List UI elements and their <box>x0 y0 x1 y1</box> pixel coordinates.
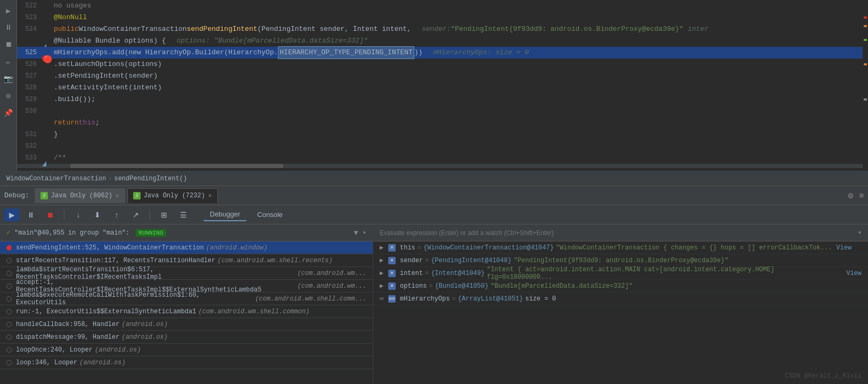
settings-icon[interactable]: ⚙ <box>2 89 15 102</box>
stack-frame-6[interactable]: handleCallback:958, Handler (android.os) <box>0 318 373 331</box>
camera-icon[interactable]: 📷 <box>2 72 15 85</box>
expand-mhierarchyops[interactable]: ∞ <box>380 295 386 303</box>
stack-frame-5[interactable]: run:-1, ExecutorUtils$$ExternalSynthetic… <box>0 305 373 318</box>
code-line-525: 525 🔴 mHierarchyOps .add(new HierarchyOp… <box>17 47 863 59</box>
frame-dot-3 <box>6 283 12 289</box>
pause-icon[interactable]: ⏸ <box>2 21 15 34</box>
debug-tab-2[interactable]: J Java Only (7232) ✕ <box>127 188 218 203</box>
horizontal-scrollbar[interactable] <box>17 164 863 168</box>
watermark: CSDN @Geralt_z_Rivii <box>785 372 862 380</box>
java-icon-2: J <box>133 192 141 199</box>
expand-options[interactable]: ▶ <box>380 282 386 290</box>
stack-frame-7[interactable]: dispatchMessage:99, Handler (android.os) <box>0 331 373 344</box>
code-line-533: 533 /** <box>17 152 863 164</box>
tab-1-label: Java Only (8062) <box>51 192 112 199</box>
frame-dot-2 <box>6 271 12 276</box>
step-out-button[interactable]: ↑ <box>109 208 124 221</box>
frame-dot-6 <box>6 322 12 327</box>
frame-dot-9 <box>6 360 12 365</box>
frame-dot-4 <box>6 296 12 302</box>
var-row-intent[interactable]: ▶ ≡ intent = {Intent@41049} "Intent { ac… <box>373 267 868 280</box>
var-icon-options: ≡ <box>388 282 396 290</box>
stack-frame-4[interactable]: lambda$executeRemoteCallWithTaskPermissi… <box>0 293 373 305</box>
debugger-tab-btn[interactable]: Debugger <box>203 208 247 221</box>
code-line-532: 532 <box>17 140 863 152</box>
code-line-524a: 524 public WindowContainerTransaction se… <box>17 23 863 35</box>
breadcrumb-bar: WindowContainerTransaction › sendPending… <box>0 171 868 186</box>
breadcrumb-class[interactable]: WindowContainerTransaction <box>6 175 106 182</box>
thread-name: "main"@40,955 in group "main": <box>14 229 129 237</box>
step-into-button[interactable]: ⬇ <box>90 208 105 221</box>
tab-1-close[interactable]: ✕ <box>116 192 119 199</box>
stack-frame-2[interactable]: lambda$startRecentsTransition$6:517, Rec… <box>0 267 373 280</box>
debug-tabs-bar: Debug: J Java Only (8062) ✕ J Java Only … <box>0 186 868 205</box>
var-icon-intent: ≡ <box>388 270 396 277</box>
evaluate-dropdown[interactable]: ▾ <box>858 229 862 237</box>
pin-icon[interactable]: 📌 <box>2 106 15 119</box>
breadcrumb-method[interactable]: sendPendingIntent() <box>114 175 187 182</box>
code-line-530b: return this ; <box>17 117 863 129</box>
debug-tab-1[interactable]: J Java Only (8062) ✕ <box>35 188 125 203</box>
stack-frame-0[interactable]: sendPendingIntent:525, WindowContainerTr… <box>0 241 373 254</box>
code-line-530a: 530 <box>17 105 863 117</box>
var-row-sender[interactable]: ▶ ≡ sender = {PendingIntent@41048} "Pend… <box>373 254 868 267</box>
dropdown-arrow[interactable]: ▾ <box>363 229 366 237</box>
frame-dot-5 <box>6 309 12 314</box>
thread-header: ✓ "main"@40,955 in group "main": RUNNING… <box>0 224 373 241</box>
code-line-528: 528 .setActivityIntent(intent) <box>17 82 863 94</box>
code-line-523: 523 @NonNull <box>17 12 863 23</box>
var-row-options[interactable]: ▶ ≡ options = {Bundle@41050} "Bundle[mPa… <box>373 280 868 293</box>
evaluate-bar[interactable]: ▾ <box>373 224 868 241</box>
code-line-526: 526 .setLaunchOptions(options) <box>17 59 863 70</box>
play-icon[interactable]: ▶ <box>2 4 15 17</box>
run-to-cursor-button[interactable]: ↗ <box>128 208 143 221</box>
frame-dot-8 <box>6 347 12 353</box>
thread-status-badge: RUNNING <box>136 229 166 237</box>
step-over-button[interactable]: ↓ <box>71 208 86 221</box>
view-link-this[interactable]: View <box>836 244 851 252</box>
debug-label: Debug: <box>4 191 29 199</box>
stack-frame-3[interactable]: accept:-1, RecentTasksController$IRecent… <box>0 280 373 293</box>
stack-frame-8[interactable]: loopOnce:240, Looper (android.os) <box>0 344 373 356</box>
scrollbar-error-marker <box>864 16 867 19</box>
more-button[interactable]: ☰ <box>176 208 191 221</box>
console-tab-btn[interactable]: Console <box>251 208 289 221</box>
expand-intent[interactable]: ▶ <box>380 269 386 277</box>
var-icon-mhierarchyops: oo <box>388 295 396 303</box>
scrollbar-warning-marker <box>864 25 867 27</box>
debug-settings-icon[interactable]: ⚙ <box>848 190 854 201</box>
filter-icon[interactable]: ▼ <box>354 229 358 237</box>
frame-dot-0 <box>6 245 12 251</box>
editor-area: ▶ ⏸ ⏹ ✏ 📷 ⚙ 📌 522 no usages 523 @NonNull… <box>0 0 868 171</box>
frame-dot-1 <box>6 258 12 263</box>
stop-icon[interactable]: ⏹ <box>2 38 15 51</box>
java-icon-1: J <box>40 192 48 199</box>
stack-frame-1[interactable]: startRecentsTransition:117, RecentsTrans… <box>0 254 373 267</box>
frames-button[interactable]: ⊞ <box>157 208 171 221</box>
code-line-531: 531 } <box>17 129 863 140</box>
stack-frames-list: sendPendingIntent:525, WindowContainerTr… <box>0 241 373 384</box>
stack-frame-9[interactable]: loop:346, Looper (android.os) <box>0 356 373 369</box>
var-icon-this: ≡ <box>388 244 396 252</box>
edit-icon[interactable]: ✏ <box>2 55 15 68</box>
var-row-this[interactable]: ▶ ≡ this = {WindowContainerTransaction@4… <box>373 241 868 254</box>
stack-panel: ✓ "main"@40,955 in group "main": RUNNING… <box>0 224 373 384</box>
expand-this[interactable]: ▶ <box>380 244 386 252</box>
variables-panel: ▾ ▶ ≡ this = {WindowContainerTransaction… <box>373 224 868 384</box>
evaluate-input[interactable] <box>380 229 856 237</box>
tab-2-close[interactable]: ✕ <box>208 192 212 199</box>
expand-sender[interactable]: ▶ <box>380 256 386 264</box>
scrollbar-info-marker <box>864 39 867 41</box>
var-row-mhierarchyops[interactable]: ∞ oo mHierarchyOps = {ArrayList@41051} s… <box>373 293 868 305</box>
tab-2-label: Java Only (7232) <box>144 192 205 199</box>
stop-button[interactable]: ⏹ <box>43 208 58 221</box>
code-line-522: 522 no usages <box>17 0 863 12</box>
frame-dot-7 <box>6 335 12 340</box>
view-link-intent[interactable]: View <box>846 270 862 277</box>
var-icon-sender: ≡ <box>388 257 396 264</box>
pause-button[interactable]: ⏸ <box>23 208 38 221</box>
code-line-529: 529 .build()); <box>17 94 863 105</box>
debug-expand-icon[interactable]: ⊞ <box>859 191 864 200</box>
resume-button[interactable]: ▶ <box>4 208 19 221</box>
debug-main: ✓ "main"@40,955 in group "main": RUNNING… <box>0 224 868 384</box>
